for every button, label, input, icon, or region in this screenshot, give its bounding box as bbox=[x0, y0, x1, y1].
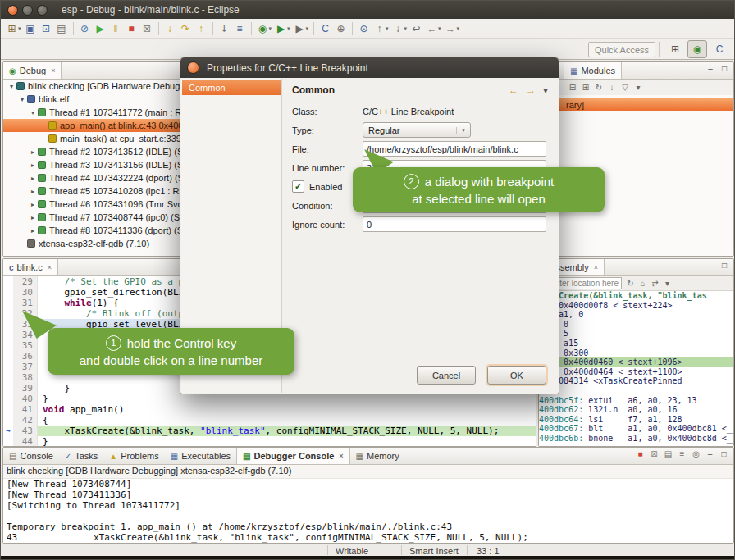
step-over-button[interactable]: ↷ bbox=[179, 20, 193, 37]
cancel-button[interactable]: Cancel bbox=[417, 366, 476, 385]
tab-debugger-console[interactable]: ▤Debugger Console× bbox=[236, 448, 350, 464]
dialog-close-button[interactable] bbox=[187, 61, 199, 74]
tree-expander-icon[interactable]: ▸ bbox=[28, 162, 38, 169]
terminate-button[interactable]: ■ bbox=[125, 20, 139, 37]
view-menu-icon[interactable]: ▾ bbox=[661, 279, 673, 288]
scroll-lock-icon[interactable]: ≡ bbox=[676, 449, 688, 458]
tab-memory[interactable]: ▦Memory bbox=[350, 448, 405, 464]
line-number[interactable]: 30 bbox=[13, 287, 38, 298]
new-wizard-button[interactable]: ⊞▾ bbox=[5, 20, 22, 37]
ignore-count-input[interactable]: 0 bbox=[363, 216, 546, 232]
minimize-window-button[interactable] bbox=[22, 5, 33, 16]
print-button[interactable]: ▤ bbox=[55, 20, 69, 37]
save-all-button[interactable]: ⊡ bbox=[39, 20, 53, 37]
code-text[interactable]: } bbox=[38, 436, 536, 446]
minimize-button[interactable]: – bbox=[704, 449, 716, 458]
file-input[interactable]: /home/krzysztof/esp/blink/main/blink.c bbox=[363, 141, 546, 157]
line-number[interactable]: 31 bbox=[13, 298, 38, 308]
line-number[interactable]: 44 bbox=[13, 436, 38, 446]
save-button[interactable]: ▣ bbox=[24, 20, 38, 37]
run-button[interactable]: ▶▾ bbox=[274, 20, 291, 37]
instruction-stepping-button[interactable]: ≡ bbox=[233, 20, 247, 37]
tree-expander-icon[interactable]: ▸ bbox=[28, 175, 38, 182]
tab-tasks[interactable]: ✓Tasks bbox=[59, 448, 104, 464]
tab-executables[interactable]: ▦Executables bbox=[165, 448, 236, 464]
refresh-icon[interactable]: ↻ bbox=[624, 279, 637, 288]
minimize-button[interactable]: – bbox=[705, 261, 716, 270]
tree-expander-icon[interactable]: ▾ bbox=[28, 109, 38, 116]
line-number[interactable]: 36 bbox=[13, 351, 38, 362]
expand-all-icon[interactable]: ⊞ bbox=[579, 83, 592, 92]
tab-debug[interactable]: ◉ Debug × bbox=[3, 62, 62, 79]
cpp-perspective-button[interactable]: C bbox=[710, 40, 729, 58]
tab-console[interactable]: ▤Console bbox=[3, 448, 59, 464]
forward-icon[interactable]: → bbox=[526, 84, 536, 96]
next-annotation-button[interactable]: ↓▾ bbox=[391, 20, 409, 37]
line-number[interactable]: 37 bbox=[13, 362, 38, 372]
maximize-button[interactable]: □ bbox=[719, 261, 730, 270]
quick-access-button[interactable]: Quick Access bbox=[588, 42, 655, 57]
tree-expander-icon[interactable]: ▾ bbox=[7, 83, 16, 90]
type-dropdown[interactable]: Regular ▾ bbox=[363, 122, 471, 138]
close-tab-icon[interactable]: × bbox=[594, 263, 598, 271]
line-number[interactable]: 38 bbox=[13, 372, 38, 383]
code-text[interactable]: xTaskCreate(&blink_task, "blink_task", c… bbox=[38, 426, 536, 436]
tree-expander-icon[interactable]: ▸ bbox=[28, 201, 38, 208]
view-menu-icon[interactable]: ▾ bbox=[632, 83, 645, 92]
forward-button[interactable]: →▾ bbox=[444, 20, 461, 37]
code-text[interactable]: { bbox=[38, 415, 536, 426]
line-number[interactable]: 43 bbox=[13, 426, 38, 436]
view-menu-icon[interactable]: ▾ bbox=[543, 84, 548, 96]
line-number[interactable]: 41 bbox=[13, 404, 38, 415]
new-c-project-button[interactable]: C bbox=[318, 20, 332, 37]
suspend-button[interactable]: ‖ bbox=[109, 20, 123, 37]
open-perspective-button[interactable]: ⊞ bbox=[665, 40, 685, 58]
maximize-button[interactable]: □ bbox=[719, 64, 730, 73]
step-into-button[interactable]: ↓ bbox=[163, 20, 177, 37]
console-output[interactable]: [New Thread 1073408744][New Thread 10734… bbox=[3, 479, 733, 543]
home-icon[interactable]: ⌂ bbox=[637, 279, 649, 288]
ok-button[interactable]: OK bbox=[487, 366, 546, 385]
minimize-button[interactable]: – bbox=[705, 64, 716, 73]
tree-expander-icon[interactable]: ▸ bbox=[28, 148, 38, 156]
tab-modules[interactable]: ▦ Modules bbox=[564, 62, 622, 79]
drop-to-frame-button[interactable]: ↧ bbox=[217, 20, 231, 37]
close-tab-icon[interactable]: × bbox=[51, 66, 55, 75]
search-button[interactable]: ⊙ bbox=[357, 20, 371, 37]
enabled-checkbox[interactable]: ✓ bbox=[292, 180, 304, 193]
close-window-button[interactable] bbox=[7, 5, 18, 16]
sort-icon[interactable]: ↓ bbox=[605, 83, 619, 92]
debug-button[interactable]: ◉▾ bbox=[256, 20, 273, 37]
build-button[interactable]: ⊕ bbox=[334, 20, 348, 37]
collapse-all-icon[interactable]: ⊟ bbox=[566, 83, 579, 92]
refresh-icon[interactable]: ↻ bbox=[592, 83, 605, 92]
code-text[interactable]: } bbox=[38, 394, 536, 404]
sync-with-debugger-icon[interactable]: ⇄ bbox=[649, 279, 661, 288]
tab-blink-c[interactable]: c blink.c × bbox=[3, 259, 58, 275]
line-number[interactable]: 42 bbox=[13, 415, 38, 426]
line-number[interactable]: 29 bbox=[13, 276, 38, 287]
resume-button[interactable]: ▶ bbox=[94, 20, 107, 37]
last-edit-location-button[interactable]: ↩ bbox=[409, 20, 423, 37]
filter-icon[interactable]: ▽ bbox=[619, 83, 632, 92]
tree-expander-icon[interactable]: ▸ bbox=[28, 227, 38, 234]
line-number[interactable]: 39 bbox=[13, 383, 38, 394]
code-text[interactable]: void app_main() bbox=[38, 404, 536, 415]
back-button[interactable]: ←▾ bbox=[425, 20, 442, 37]
tree-expander-icon[interactable]: ▾ bbox=[17, 96, 27, 103]
clear-console-icon[interactable]: ▤ bbox=[662, 449, 674, 458]
close-tab-icon[interactable]: × bbox=[339, 452, 343, 460]
maximize-window-button[interactable] bbox=[37, 5, 48, 16]
skip-all-breakpoints-button[interactable]: ⊘ bbox=[78, 20, 92, 37]
disconnect-button[interactable]: ⊠ bbox=[140, 20, 154, 37]
terminate-console-icon[interactable]: ■ bbox=[634, 449, 646, 458]
tree-expander-icon[interactable]: ▸ bbox=[28, 188, 38, 195]
disassembly-lines[interactable]: TaskCreate(&blink_task, "blink_tasa8, 0x… bbox=[539, 291, 733, 446]
tree-expander-icon[interactable]: ▸ bbox=[28, 214, 38, 221]
line-number[interactable]: 35 bbox=[13, 340, 38, 351]
line-number[interactable]: 40 bbox=[13, 394, 38, 404]
step-return-button[interactable]: ↑ bbox=[194, 20, 208, 37]
maximize-button[interactable]: □ bbox=[718, 449, 730, 458]
remove-launch-icon[interactable]: ⊠ bbox=[648, 449, 660, 458]
previous-annotation-button[interactable]: ↑▾ bbox=[372, 20, 390, 37]
